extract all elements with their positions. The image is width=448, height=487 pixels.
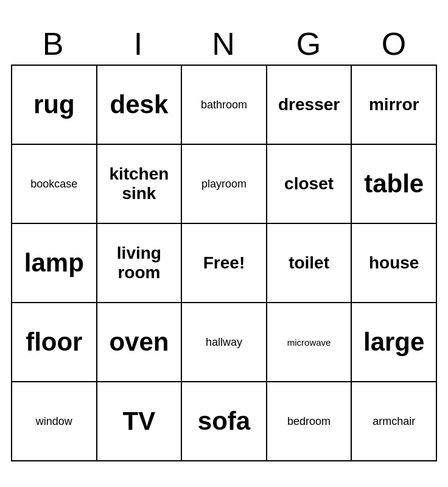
grid-cell: toilet xyxy=(267,223,352,303)
header-letter: O xyxy=(352,26,437,62)
grid-cell: bedroom xyxy=(267,382,352,461)
grid-row: lampliving roomFree!toilethouse xyxy=(12,223,436,303)
grid-cell: bookcase xyxy=(12,144,97,223)
grid-cell: floor xyxy=(12,303,97,382)
grid-cell: bathroom xyxy=(181,65,267,144)
grid-cell: window xyxy=(12,382,97,461)
grid-cell: sofa xyxy=(181,382,267,461)
grid-cell: armchair xyxy=(351,382,436,461)
grid-cell: desk xyxy=(97,65,182,144)
grid-row: bookcasekitchen sinkplayroomclosettable xyxy=(12,144,436,223)
grid-cell: mirror xyxy=(351,65,436,144)
grid-cell: house xyxy=(351,223,436,303)
grid-cell: large xyxy=(351,303,436,382)
grid-cell: microwave xyxy=(267,303,352,382)
header-letter: I xyxy=(96,26,181,62)
grid-cell: oven xyxy=(97,303,182,382)
bingo-grid: rugdeskbathroomdressermirrorbookcasekitc… xyxy=(11,65,437,461)
grid-cell: Free! xyxy=(181,223,267,303)
grid-cell: kitchen sink xyxy=(97,144,182,223)
grid-cell: hallway xyxy=(181,303,267,382)
header-letter: G xyxy=(267,26,352,62)
grid-cell: closet xyxy=(267,144,352,223)
grid-cell: living room xyxy=(97,223,182,303)
grid-cell: lamp xyxy=(12,223,97,303)
header-letter: N xyxy=(181,26,267,62)
grid-cell: dresser xyxy=(267,65,352,144)
grid-cell: playroom xyxy=(181,144,267,223)
bingo-header: BINGO xyxy=(11,26,437,62)
grid-row: windowTVsofabedroomarmchair xyxy=(12,382,436,461)
bingo-card: BINGO rugdeskbathroomdressermirrorbookca… xyxy=(11,26,437,461)
grid-cell: TV xyxy=(97,382,182,461)
grid-cell: rug xyxy=(12,65,97,144)
grid-row: floorovenhallwaymicrowavelarge xyxy=(12,303,436,382)
grid-row: rugdeskbathroomdressermirror xyxy=(12,65,436,144)
grid-cell: table xyxy=(351,144,436,223)
header-letter: B xyxy=(11,26,96,62)
